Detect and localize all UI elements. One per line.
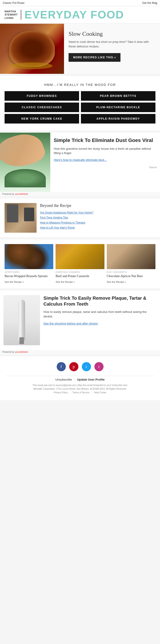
bowl-visual [5, 169, 46, 187]
recipe-link-1[interactable]: See the Recipe » [55, 280, 75, 283]
ad1-description: How this grandma turned her dusty house … [54, 146, 156, 156]
beyond-link-1[interactable]: First-Time Hosting Tips [40, 216, 155, 219]
recipe-category-1: EVERYDAY DINNERS [55, 271, 104, 273]
ad2-description: How to easily remove plaque, tartar and … [43, 310, 156, 318]
recipe-image-nutbars [107, 244, 155, 269]
ad1-image [0, 133, 50, 192]
liveintent-logo: ■ LiveIntent [15, 193, 28, 195]
recipe-cards-section: APPETIZERS Bacon-Wrapped Brussels Sprout… [0, 240, 160, 288]
ad1-title: Simple Trick To Eliminate Dust Goes Vira… [54, 137, 156, 144]
ad2-powered-by: Powered by ■ LiveIntent [0, 350, 160, 354]
beyond-link-2[interactable]: How to Measure Progress in Therapy [40, 221, 155, 224]
mood-new-york-crumb[interactable]: NEW YORK CRUMB CAKE [5, 114, 79, 124]
dental-tool-visual [18, 300, 25, 341]
divider [6, 376, 154, 376]
top-bar-left-link[interactable]: Classic Pot Roast [3, 1, 25, 4]
slow-cooking-image [0, 24, 64, 74]
slow-cooking-section: Slow Cooking Need to cook dinner but sho… [0, 24, 160, 74]
beyond-section: Beyond the Recipe Are Smart Appliances R… [0, 198, 160, 237]
privacy-policy-link[interactable]: Privacy Policy [54, 391, 68, 394]
facebook-icon[interactable]: f [57, 362, 66, 371]
recipe-category-2: EASY DESSERTS [107, 271, 155, 273]
beyond-image [5, 203, 37, 233]
more-recipes-button[interactable]: MORE RECIPES LIKE THIS » [68, 53, 120, 62]
beyond-content: Beyond the Recipe Are Smart Appliances R… [40, 203, 155, 233]
beyond-title: Beyond the Recipe [40, 203, 155, 208]
subscribe-here-link[interactable]: Subscribe here [112, 384, 127, 386]
unsubscribe-link[interactable]: Unsubscribe [55, 378, 72, 381]
help-center-link[interactable]: Help Center [94, 391, 106, 394]
mood-fudgy-brownies[interactable]: FUDGY BROWNIES [5, 91, 79, 101]
header: MARTHA STEWART LIVING EVERYDAY FOOD [0, 6, 160, 24]
ad2-section: Simple Trick To Easily Remove Plaque, Ta… [0, 290, 160, 350]
pinterest-icon[interactable]: p [69, 362, 78, 371]
ad1-section: Simple Trick To Eliminate Dust Goes Vira… [0, 133, 160, 196]
twitter-icon[interactable]: t [82, 362, 91, 371]
instagram-icon[interactable]: i [94, 362, 104, 371]
beyond-link-0[interactable]: Are Smart Appliances Right for Your Home… [40, 211, 155, 214]
mood-apple-raisin[interactable]: APPLE-RAISIN PANDOWDY [81, 114, 155, 124]
recipe-image-brussels [5, 244, 53, 269]
recipe-name-0: Bacon-Wrapped Brussels Sprouts [5, 274, 53, 278]
ad2-image [4, 295, 40, 345]
top-bar: Classic Pot Roast Get the Mag [0, 0, 160, 6]
slow-cooking-title: Slow Cooking [68, 30, 155, 37]
recipe-name-2: Chocolate-Apricot Nut Bars [107, 274, 155, 278]
ad1-powered-by: Powered by ■ LiveIntent [0, 192, 160, 196]
footer-links: Unsubscribe | Update User Profile [6, 378, 154, 381]
logo: MARTHA STEWART LIVING [5, 10, 21, 20]
terms-link[interactable]: Terms of Service [72, 391, 89, 394]
ad2-content: Simple Trick To Easily Remove Plaque, Ta… [43, 295, 156, 326]
recipe-link-0[interactable]: See the Recipe » [5, 280, 24, 283]
ad2-title: Simple Trick To Easily Remove Plaque, Ta… [43, 295, 156, 307]
top-bar-right-link[interactable]: Get the Mag [142, 1, 157, 4]
hand-visual [0, 133, 48, 174]
recipe-link-2[interactable]: See the Recipe » [107, 280, 126, 283]
mood-plum-nectarine[interactable]: PLUM-NECTARINE BUCKLE [81, 102, 155, 112]
slow-cooking-content: Slow Cooking Need to cook dinner but sho… [64, 24, 160, 74]
mood-classic-cheesecakes[interactable]: CLASSIC CHEESECAKES [5, 102, 79, 112]
mood-title: HMM...I'M REALLY IN THE MOOD FOR [5, 83, 155, 86]
ad2-liveintent-logo: ■ LiveIntent [15, 351, 28, 353]
appliance-visual [7, 204, 18, 222]
mood-section: HMM...I'M REALLY IN THE MOOD FOR FUDGY B… [0, 76, 160, 130]
recipe-image-casserole [55, 244, 104, 269]
appliance2-visual [24, 208, 34, 221]
social-footer-section: f p t i Unsubscribe | Update User Profil… [0, 356, 160, 400]
ad1-content: Simple Trick To Eliminate Dust Goes Vira… [50, 133, 160, 173]
ad1-link[interactable]: Here's how to magically eliminate dust..… [54, 158, 156, 162]
mood-grid: FUDGY BROWNIES PEAR BROWN BETTYS CLASSIC… [5, 91, 155, 124]
ad1-natural-label: Natural [54, 166, 156, 169]
site-title: EVERYDAY FOOD [25, 8, 124, 21]
beyond-link-3[interactable]: How to Lift Your Hair's Roots [40, 226, 155, 229]
recipe-card-1: EVERYDAY DINNERS Beef and Potato Cassero… [54, 243, 105, 285]
social-icons-row: f p t i [6, 362, 154, 371]
footer-text: This email was sent to asunco@gmail.com … [6, 384, 154, 394]
slow-cooking-description: Need to cook dinner but short on prep ti… [68, 40, 155, 48]
recipe-name-1: Beef and Potato Casserole [55, 274, 104, 278]
ad2-link[interactable]: See the shocking before and after photos [43, 322, 98, 325]
update-profile-link[interactable]: Update User Profile [77, 378, 105, 381]
ad2-wrapper: Simple Trick To Easily Remove Plaque, Ta… [0, 290, 160, 354]
mood-pear-brown-bettys[interactable]: PEAR BROWN BETTYS [81, 91, 155, 101]
recipe-category-0: APPETIZERS [5, 271, 53, 273]
recipe-card-2: EASY DESSERTS Chocolate-Apricot Nut Bars… [106, 243, 156, 285]
food-image [9, 30, 55, 67]
recipe-card-0: APPETIZERS Bacon-Wrapped Brussels Sprout… [4, 243, 54, 285]
